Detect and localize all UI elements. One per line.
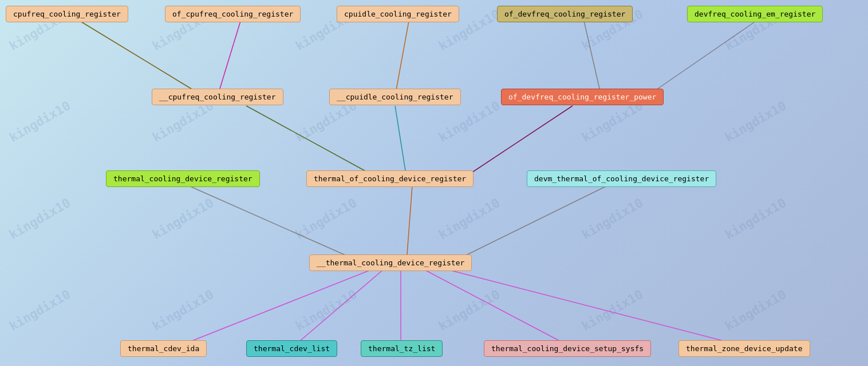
node-thermal-zone-device-update[interactable]: thermal_zone_device_update [678,340,810,357]
node-devm-thermal-of-cooling-device-register[interactable]: devm_thermal_of_cooling_device_register [527,170,716,187]
watermark: kingdix10 [7,287,73,333]
svg-line-11 [175,269,372,348]
svg-line-6 [395,106,407,178]
watermark: kingdix10 [150,196,216,242]
node-devfreq-cooling-em-register[interactable]: devfreq_cooling_em_register [687,6,823,22]
svg-line-9 [407,186,412,262]
watermark: kingdix10 [723,98,789,145]
svg-line-10 [452,186,607,262]
svg-line-8 [189,186,361,262]
watermark: kingdix10 [579,287,646,333]
svg-line-15 [447,269,750,348]
watermark: kingdix10 [293,98,360,145]
node-thermal-cooling-device-register-private[interactable]: __thermal_cooling_device_register [309,254,472,271]
svg-line-7 [464,106,573,178]
watermark: kingdix10 [293,287,360,333]
node-thermal-tz-list[interactable]: thermal_tz_list [361,340,443,357]
svg-line-4 [647,21,756,96]
watermark: kingdix10 [436,196,503,242]
watermark: kingdix10 [150,287,216,333]
node-thermal-cdev-list[interactable]: thermal_cdev_list [246,340,337,357]
node-cpufreq-cooling-register[interactable]: cpufreq_cooling_register [6,6,128,22]
watermark: kingdix10 [293,196,360,242]
watermark: kingdix10 [7,196,73,242]
node-of-devfreq-cooling-register-power[interactable]: of_devfreq_cooling_register_power [501,89,664,105]
watermark: kingdix10 [150,98,216,145]
svg-line-1 [218,21,240,96]
node-thermal-cooling-device-setup-sysfs[interactable]: thermal_cooling_device_setup_sysfs [484,340,651,357]
node-cpuidle-cooling-register[interactable]: cpuidle_cooling_register [337,6,459,22]
svg-line-3 [584,21,601,96]
svg-line-12 [292,269,384,348]
node-cpuidle-cooling-register-private[interactable]: __cpuidle_cooling_register [329,89,461,105]
node-of-devfreq-cooling-register[interactable]: of_devfreq_cooling_register [497,6,633,22]
watermark: kingdix10 [579,196,646,242]
watermark: kingdix10 [436,287,503,333]
svg-line-5 [246,106,378,178]
svg-line-2 [395,21,409,96]
node-cpufreq-cooling-register-private[interactable]: __cpufreq_cooling_register [152,89,283,105]
watermark: kingdix10 [7,98,73,145]
node-thermal-of-cooling-device-register[interactable]: thermal_of_cooling_device_register [306,170,474,187]
watermark: kingdix10 [436,98,503,145]
watermark: kingdix10 [579,98,646,145]
node-thermal-cooling-device-register[interactable]: thermal_cooling_device_register [106,170,260,187]
watermark: kingdix10 [723,287,789,333]
svg-line-0 [80,21,203,96]
watermark: kingdix10 [723,196,789,242]
svg-line-14 [424,269,573,348]
node-thermal-cdev-ida[interactable]: thermal_cdev_ida [120,340,207,357]
node-of-cpufreq-cooling-register[interactable]: of_cpufreq_cooling_register [165,6,301,22]
